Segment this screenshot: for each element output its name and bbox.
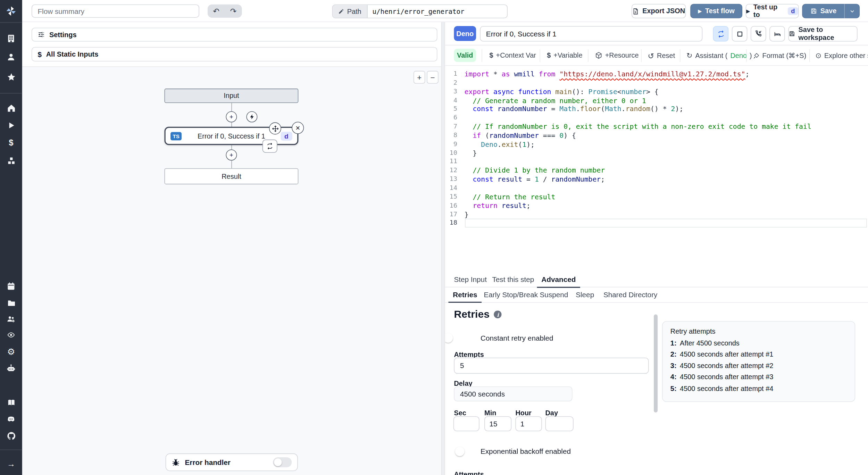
result-node[interactable]: Result: [165, 168, 299, 184]
schedules-calendar-icon[interactable]: [0, 279, 22, 293]
code-line[interactable]: 9 Deno.exit(1);: [445, 140, 868, 149]
info-icon[interactable]: i: [494, 310, 502, 318]
add-step-button-bottom[interactable]: +: [226, 149, 237, 160]
min-input[interactable]: 15: [484, 416, 511, 431]
code-line[interactable]: 16 return result;: [445, 201, 868, 210]
trigger-bolt-button[interactable]: [247, 111, 258, 122]
code-line[interactable]: 6: [445, 114, 868, 122]
workspace-icon[interactable]: [0, 31, 22, 45]
step-title-input[interactable]: Error if 0, Success if 1: [480, 26, 702, 42]
resources-cubes-icon[interactable]: [0, 153, 22, 168]
zoom-in-button[interactable]: +: [414, 71, 425, 84]
code-line[interactable]: 1import * as wmill from "https://deno.la…: [445, 70, 868, 78]
redo-icon[interactable]: ↷: [230, 7, 237, 16]
add-variable-button[interactable]: $ +Variable: [547, 51, 582, 59]
zoom-out-button[interactable]: −: [427, 71, 438, 84]
tab-step-input[interactable]: Step Input: [454, 275, 487, 283]
save-dropdown-button[interactable]: [845, 8, 859, 14]
code-line[interactable]: 11: [445, 158, 868, 166]
home-icon[interactable]: [0, 101, 22, 115]
panel-splitter[interactable]: [441, 22, 445, 475]
all-static-inputs-row-button[interactable]: $ All Static Inputs: [32, 47, 437, 61]
tab-advanced[interactable]: Advanced: [541, 275, 576, 283]
subtab-suspend[interactable]: Suspend: [540, 291, 568, 299]
code-line[interactable]: 4 // Generate a random number, either 0 …: [445, 96, 868, 105]
subtab-retries[interactable]: Retries: [453, 291, 477, 299]
error-handler-box[interactable]: Error handler: [166, 453, 298, 471]
code-line[interactable]: 15 // Return the result: [445, 193, 868, 201]
test-up-to-button[interactable]: ▶ Test up to d: [746, 4, 799, 18]
export-json-button[interactable]: Export JSON: [632, 4, 686, 18]
suspend-step-button[interactable]: [751, 26, 766, 42]
line-number: 9: [445, 140, 457, 149]
variables-dollar-icon[interactable]: $: [0, 135, 22, 149]
code-line[interactable]: 8 if (randomNumber === 0) {: [445, 131, 868, 140]
sec-input[interactable]: [453, 416, 479, 431]
code-line[interactable]: 3export async function main(): Promise<n…: [445, 87, 868, 96]
path-value[interactable]: u/henri/error_generator: [367, 5, 464, 18]
tab-test-this-step[interactable]: Test this step: [492, 275, 534, 283]
runs-play-icon[interactable]: [0, 118, 22, 132]
audit-logs-eye-icon[interactable]: [0, 328, 22, 342]
flow-summary-input[interactable]: Flow summary: [32, 5, 199, 18]
windmill-logo-icon[interactable]: [0, 4, 22, 18]
code-line[interactable]: 12 // Divide 1 by the random number: [445, 166, 868, 175]
subtab-early-stop[interactable]: Early Stop/Break: [484, 291, 538, 299]
sleep-step-button[interactable]: [769, 26, 785, 42]
docs-book-icon[interactable]: [0, 395, 22, 409]
folders-icon[interactable]: [0, 295, 22, 310]
path-group[interactable]: Path u/henri/error_generator: [332, 5, 508, 18]
save-button[interactable]: Save: [803, 7, 844, 15]
code-token: result: [498, 175, 522, 183]
line-number: 11: [445, 158, 457, 166]
delay-input[interactable]: 4500 seconds: [454, 386, 572, 401]
flow-graph-canvas[interactable]: + − Input + TS Error if 0, Success if 1 …: [22, 66, 441, 475]
add-resource-button[interactable]: +Resource: [595, 51, 639, 59]
undo-icon[interactable]: ↶: [213, 7, 219, 16]
day-input[interactable]: [545, 416, 573, 431]
subtab-sleep[interactable]: Sleep: [576, 291, 594, 299]
input-node[interactable]: Input: [165, 89, 299, 103]
settings-gear-icon[interactable]: ⚙: [0, 344, 22, 359]
attempts-input[interactable]: 5: [454, 358, 649, 374]
code-line[interactable]: 5 const randomNumber = Math.floor(Math.r…: [445, 105, 868, 114]
code-line[interactable]: 10 }: [445, 149, 868, 157]
format-button[interactable]: Format (⌘+S): [753, 51, 806, 60]
test-flow-button[interactable]: ▶ Test flow: [690, 4, 742, 18]
assistant-button[interactable]: ↻ Assistant (Deno): [686, 51, 752, 60]
code-token: randomNumber: [551, 175, 601, 183]
settings-row-button[interactable]: Settings: [32, 28, 437, 42]
code-line[interactable]: 14: [445, 184, 868, 192]
user-icon[interactable]: [0, 50, 22, 64]
discord-icon[interactable]: [0, 412, 22, 426]
code-line[interactable]: 17}: [445, 210, 868, 219]
reset-button[interactable]: ↺ Reset: [648, 51, 675, 60]
scrollbar-thumb[interactable]: [654, 315, 658, 412]
code-line[interactable]: 18: [445, 219, 868, 227]
line-number: 12: [445, 166, 457, 175]
hour-input[interactable]: 1: [515, 416, 542, 431]
collapse-arrow-icon[interactable]: →: [0, 456, 22, 470]
github-icon[interactable]: [0, 428, 22, 443]
code-token: ():: [572, 87, 589, 95]
retry-settings-toggle-button[interactable]: [713, 26, 729, 42]
code-editor[interactable]: 1import * as wmill from "https://deno.la…: [445, 66, 868, 272]
error-handler-toggle[interactable]: [273, 457, 292, 467]
favorites-star-icon[interactable]: [0, 70, 22, 84]
add-context-var-button[interactable]: $ +Context Var: [489, 51, 536, 59]
code-line[interactable]: 7 // If randomNumber is 0, exit the scri…: [445, 122, 868, 131]
subtab-shared-directory[interactable]: Shared Directory: [603, 291, 658, 299]
stop-condition-button[interactable]: [732, 26, 748, 42]
code-line[interactable]: 13 const result = 1 / randomNumber;: [445, 175, 868, 184]
groups-icon[interactable]: [0, 312, 22, 326]
explore-scripts-button[interactable]: ⊙ Explore other s: [816, 51, 868, 60]
add-step-button-top[interactable]: +: [226, 111, 237, 122]
line-number: 10: [445, 149, 457, 157]
move-step-handle[interactable]: [269, 122, 281, 134]
workers-robot-icon[interactable]: [0, 361, 22, 375]
step-retry-indicator-button[interactable]: [262, 140, 277, 153]
delete-step-button[interactable]: ×: [292, 122, 304, 134]
repeat-icon: [266, 143, 274, 149]
save-to-workspace-button[interactable]: Save to workspace: [788, 26, 857, 42]
code-line[interactable]: 2: [445, 78, 868, 87]
